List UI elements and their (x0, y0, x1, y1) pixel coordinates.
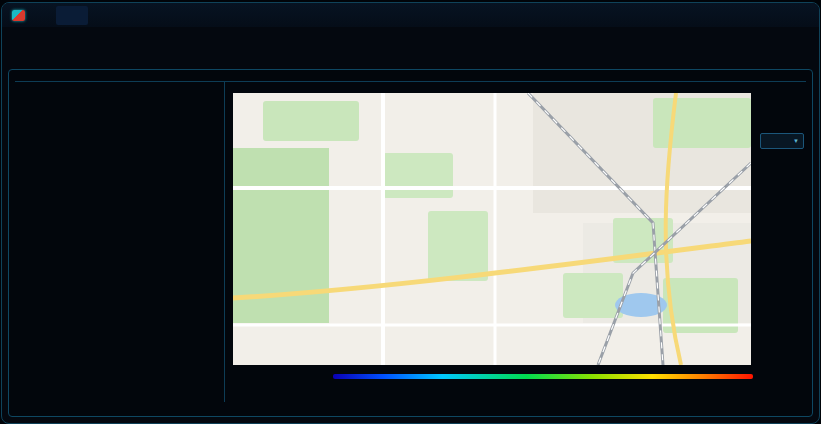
brand (12, 10, 30, 21)
map-side-area: ▼ (751, 93, 811, 365)
heat-legend-gradient (333, 374, 753, 379)
map-base-layer (233, 93, 751, 365)
app-header (2, 3, 819, 27)
layer-select[interactable]: ▼ (760, 133, 804, 149)
main-panel: ▼ (8, 69, 813, 417)
app-root: ▼ (1, 2, 820, 424)
app-logo-icon (12, 10, 25, 21)
map-canvas[interactable] (233, 93, 751, 365)
chevron-down-icon: ▼ (793, 138, 799, 144)
top10-list (17, 190, 216, 402)
main-nav (56, 6, 88, 25)
ou-trend-area-svg (29, 116, 205, 160)
map-row: ▼ (233, 93, 811, 365)
ou-trend-chart (17, 114, 216, 172)
panel-title (15, 74, 806, 82)
heat-legend (333, 374, 753, 392)
right-panel: ▼ (225, 82, 815, 402)
panel-columns: ▼ (15, 82, 806, 402)
left-panel (15, 82, 225, 402)
